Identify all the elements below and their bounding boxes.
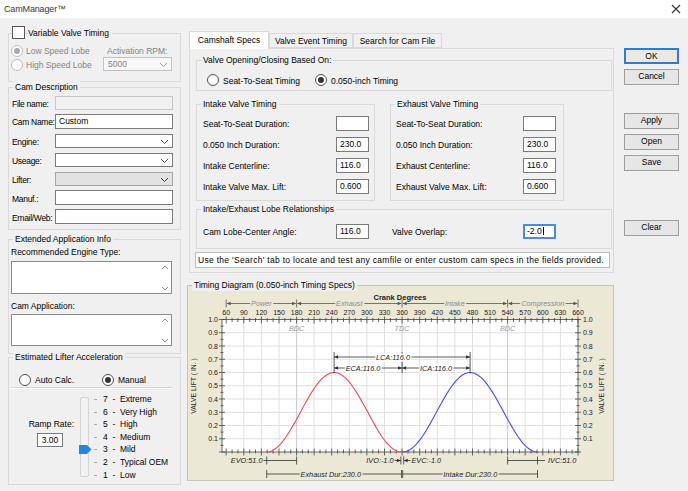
svg-text:60: 60 xyxy=(222,309,230,316)
svg-text:300: 300 xyxy=(361,309,373,316)
svg-text:0.1: 0.1 xyxy=(208,435,218,442)
svg-text:240: 240 xyxy=(326,309,338,316)
svg-text:420: 420 xyxy=(431,309,443,316)
svg-text:0.6: 0.6 xyxy=(583,369,593,376)
svg-text:390: 390 xyxy=(414,309,426,316)
svg-text:Exhaust: Exhaust xyxy=(336,299,363,308)
svg-text:0.2: 0.2 xyxy=(208,422,218,429)
svg-text:IVC:51.0: IVC:51.0 xyxy=(548,456,576,465)
svg-text:660: 660 xyxy=(572,309,584,316)
svg-text:BDC: BDC xyxy=(500,324,516,333)
svg-text:1.0: 1.0 xyxy=(208,316,218,323)
svg-text:450: 450 xyxy=(449,309,461,316)
svg-text:0.7: 0.7 xyxy=(208,356,218,363)
svg-text:510: 510 xyxy=(484,309,496,316)
svg-text:150: 150 xyxy=(273,309,285,316)
svg-text:0.8: 0.8 xyxy=(208,343,218,350)
svg-text:TDC: TDC xyxy=(395,324,411,333)
svg-text:0.7: 0.7 xyxy=(583,356,593,363)
svg-text:VALVE LIFT ( IN. ): VALVE LIFT ( IN. ) xyxy=(598,358,606,414)
svg-text:330: 330 xyxy=(379,309,391,316)
svg-text:540: 540 xyxy=(502,309,514,316)
svg-text:Exhaust Dur:230.0: Exhaust Dur:230.0 xyxy=(301,470,361,479)
svg-text:Intake: Intake xyxy=(445,299,465,308)
svg-text:0.3: 0.3 xyxy=(583,409,593,416)
svg-text:ICA:116.0: ICA:116.0 xyxy=(420,364,452,373)
svg-text:630: 630 xyxy=(555,309,567,316)
svg-text:570: 570 xyxy=(519,309,531,316)
svg-text:EVO:51.0: EVO:51.0 xyxy=(231,456,263,465)
svg-text:90: 90 xyxy=(240,309,248,316)
svg-text:0.9: 0.9 xyxy=(583,329,593,336)
svg-text:1.0: 1.0 xyxy=(583,316,593,323)
svg-text:0.4: 0.4 xyxy=(208,396,218,403)
svg-text:0.1: 0.1 xyxy=(583,435,593,442)
svg-text:120: 120 xyxy=(256,309,268,316)
svg-text:BDC: BDC xyxy=(289,324,305,333)
svg-text:180: 180 xyxy=(291,309,303,316)
svg-text:0.3: 0.3 xyxy=(208,409,218,416)
svg-text:360: 360 xyxy=(396,309,408,316)
svg-text:0.4: 0.4 xyxy=(583,396,593,403)
svg-text:480: 480 xyxy=(467,309,479,316)
svg-text:270: 270 xyxy=(343,309,355,316)
svg-text:IVO:-1.0: IVO:-1.0 xyxy=(366,456,393,465)
svg-text:0.9: 0.9 xyxy=(208,329,218,336)
svg-text:600: 600 xyxy=(537,309,549,316)
svg-text:EVC:-1.0: EVC:-1.0 xyxy=(412,456,442,465)
svg-text:Power: Power xyxy=(251,299,272,308)
svg-text:LCA:116.0: LCA:116.0 xyxy=(376,353,410,362)
svg-text:0.6: 0.6 xyxy=(208,369,218,376)
svg-text:ECA:116.0: ECA:116.0 xyxy=(346,364,381,373)
svg-text:Crank Degrees: Crank Degrees xyxy=(374,293,427,302)
svg-text:0.5: 0.5 xyxy=(583,382,593,389)
svg-text:0.5: 0.5 xyxy=(208,382,218,389)
svg-text:Compression: Compression xyxy=(521,299,564,308)
svg-text:VALVE LIFT ( IN. ): VALVE LIFT ( IN. ) xyxy=(190,358,198,414)
svg-text:0.8: 0.8 xyxy=(583,343,593,350)
svg-text:210: 210 xyxy=(308,309,320,316)
svg-text:Intake Dur:230.0: Intake Dur:230.0 xyxy=(443,470,497,479)
svg-text:0.2: 0.2 xyxy=(583,422,593,429)
